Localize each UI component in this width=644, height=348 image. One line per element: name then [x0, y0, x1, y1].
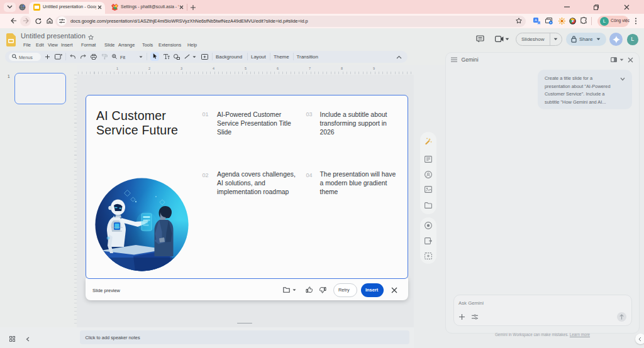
svg-text:A: A — [535, 18, 537, 22]
